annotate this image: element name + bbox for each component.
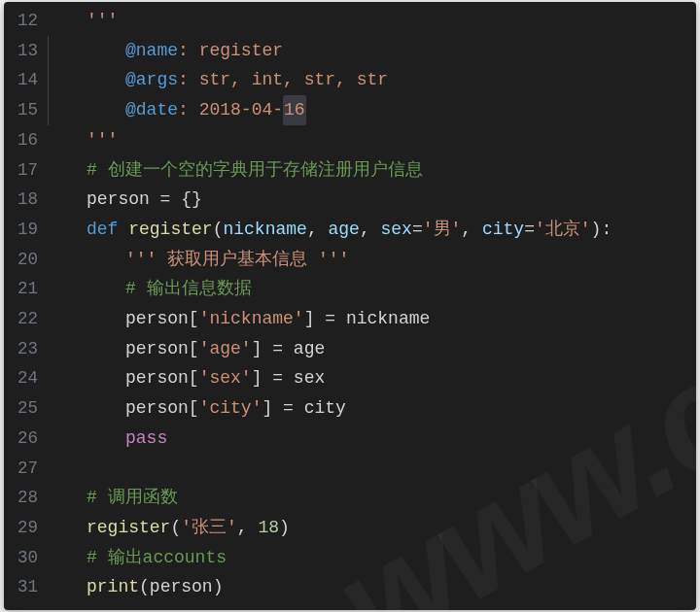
code-line: ''' xyxy=(48,6,696,36)
line-number: 15 xyxy=(4,95,38,125)
line-number: 18 xyxy=(4,185,38,215)
line-number: 14 xyxy=(4,65,38,95)
code-area[interactable]: ''' @name: register @args: str, int, str… xyxy=(48,2,696,610)
code-line xyxy=(48,454,696,484)
line-gutter: 12 13 14 15 16 17 18 19 20 21 22 23 24 2… xyxy=(4,2,48,610)
line-number: 27 xyxy=(4,454,38,484)
code-line: ''' 获取用户基本信息 ''' xyxy=(48,245,696,275)
line-number: 13 xyxy=(4,36,38,66)
doctag-date: @date xyxy=(125,95,178,125)
code-line: # 输出accounts xyxy=(48,543,696,573)
line-number: 29 xyxy=(4,513,38,543)
code-line: ''' xyxy=(48,125,696,155)
line-number: 22 xyxy=(4,304,38,334)
doctag-args: @args xyxy=(125,65,178,95)
line-number: 12 xyxy=(4,6,38,36)
keyword-pass: pass xyxy=(125,424,167,454)
line-number: 20 xyxy=(4,245,38,275)
code-editor[interactable]: 12 13 14 15 16 17 18 19 20 21 22 23 24 2… xyxy=(4,2,696,610)
code-line: person = {} xyxy=(48,185,696,215)
code-line: print(person) xyxy=(48,572,696,602)
code-line: register('张三', 18) xyxy=(48,513,696,543)
docstring-quote: ''' xyxy=(87,6,118,36)
line-number: 21 xyxy=(4,274,38,304)
code-line: person['sex'] = sex xyxy=(48,363,696,393)
line-number: 19 xyxy=(4,215,38,245)
code-line: @name: register xyxy=(48,36,696,66)
line-number: 23 xyxy=(4,334,38,364)
code-line: def register(nickname, age, sex='男', cit… xyxy=(48,215,696,245)
line-number: 17 xyxy=(4,155,38,186)
code-line: person['nickname'] = nickname xyxy=(48,304,696,334)
line-number: 16 xyxy=(4,125,38,155)
comment: # 创建一个空的字典用于存储注册用户信息 xyxy=(87,155,423,186)
builtin-print: print xyxy=(87,572,139,602)
code-line: @date: 2018-04-16 xyxy=(48,95,696,125)
function-name: register xyxy=(128,215,212,245)
line-number: 30 xyxy=(4,543,38,573)
line-number: 31 xyxy=(4,572,38,602)
code-line: pass xyxy=(48,424,696,454)
code-line: # 调用函数 xyxy=(48,483,696,513)
comment: # 调用函数 xyxy=(87,483,178,513)
code-line: @args: str, int, str, str xyxy=(48,65,696,95)
doctag-name: @name xyxy=(125,36,178,66)
line-number: 26 xyxy=(4,424,38,454)
code-line: person['city'] = city xyxy=(48,393,696,424)
code-line: # 创建一个空的字典用于存储注册用户信息 xyxy=(48,155,696,186)
line-number: 25 xyxy=(4,393,38,424)
comment: # 输出信息数据 xyxy=(125,274,252,304)
selection-highlight: 16 xyxy=(283,95,306,125)
line-number: 28 xyxy=(4,483,38,513)
code-line: # 输出信息数据 xyxy=(48,274,696,304)
line-number: 24 xyxy=(4,363,38,393)
keyword-def: def xyxy=(87,215,128,245)
code-line: person['age'] = age xyxy=(48,334,696,364)
function-call: register xyxy=(87,513,170,543)
docstring-quote: ''' xyxy=(87,125,118,155)
docstring-text: 获取用户基本信息 xyxy=(167,245,307,275)
comment: # 输出accounts xyxy=(87,543,227,573)
